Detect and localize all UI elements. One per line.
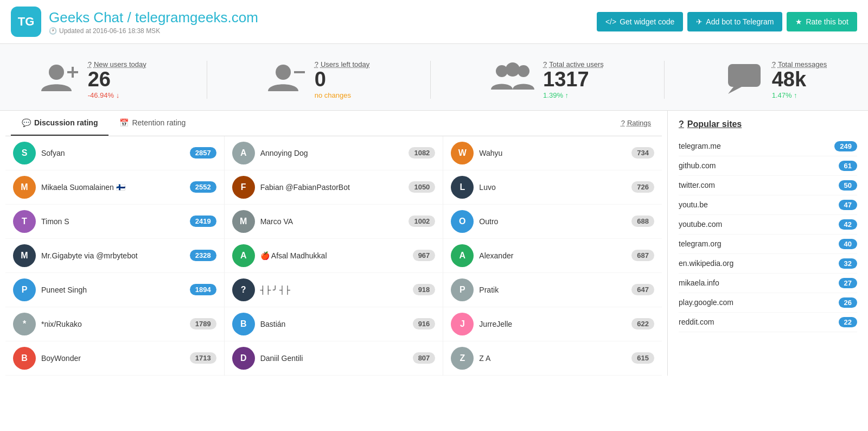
- get-widget-button[interactable]: </> Get widget code: [597, 12, 683, 31]
- new-users-icon: [41, 61, 79, 98]
- site-count: 40: [839, 239, 857, 249]
- user-row[interactable]: BBoyWonder1713: [5, 341, 224, 376]
- avatar: B: [13, 347, 36, 370]
- user-row[interactable]: FFabian @FabianPastorBot1050: [225, 170, 443, 205]
- user-row[interactable]: PPuneet Singh1894: [5, 273, 224, 307]
- divider-1: [207, 61, 207, 99]
- user-row[interactable]: WWahyu734: [443, 136, 662, 170]
- help-icon-3: ?: [543, 60, 547, 68]
- user-name: Mr.Gigabyte via @mrbytebot: [41, 251, 184, 260]
- site-name: en.wikipedia.org: [679, 259, 733, 268]
- user-row[interactable]: MMarco VA1002: [225, 205, 443, 239]
- site-row[interactable]: telegram.org40: [679, 234, 857, 254]
- user-row[interactable]: A🍎 Afsal Madhukkal967: [225, 239, 443, 273]
- user-name: Bastián: [260, 320, 407, 328]
- site-row[interactable]: youtube.com42: [679, 215, 857, 234]
- total-messages-value: 48k: [772, 68, 827, 91]
- site-row[interactable]: play.google.com26: [679, 293, 857, 313]
- svg-point-7: [518, 65, 529, 77]
- avatar: F: [232, 176, 255, 199]
- stat-total-messages: ? Total messages 48k 1.47% ↑: [725, 60, 827, 99]
- avatar: M: [13, 244, 36, 267]
- help-icon-2: ?: [315, 60, 318, 68]
- user-score: 687: [631, 250, 654, 261]
- updated-time: 🕐 Updated at 2016-06-16 18:38 MSK: [49, 27, 258, 35]
- user-name: Timon S: [41, 217, 184, 226]
- site-row[interactable]: telegram.me249: [679, 137, 857, 156]
- site-row[interactable]: twitter.com50: [679, 176, 857, 195]
- user-score: 807: [413, 352, 436, 364]
- user-score: 647: [631, 284, 654, 295]
- avatar: A: [232, 244, 255, 267]
- site-name: youtube.com: [679, 220, 722, 229]
- user-row[interactable]: DDaniil Gentili807: [225, 341, 443, 376]
- user-score: 688: [631, 216, 654, 227]
- user-row[interactable]: OOutro688: [443, 205, 662, 239]
- users-left-icon: [268, 61, 306, 98]
- stat-total-users-info: ? Total active users 1317 1.39% ↑: [543, 60, 604, 99]
- help-icon-5: ?: [621, 119, 625, 127]
- user-score: 916: [413, 318, 436, 329]
- user-row[interactable]: JJurreJelle622: [443, 307, 662, 341]
- user-row[interactable]: SSofyan2857: [5, 136, 224, 170]
- site-count: 61: [839, 161, 857, 171]
- user-row[interactable]: PPratik647: [443, 273, 662, 307]
- avatar: Z: [451, 347, 474, 370]
- user-row[interactable]: BBastián916: [225, 307, 443, 341]
- user-columns: SSofyan2857MMikaela Suomalainen 🇫🇮2552TT…: [5, 136, 662, 376]
- stat-users-left-info: ? Users left today 0 no changes: [315, 60, 370, 99]
- site-name: reddit.com: [679, 318, 714, 326]
- stat-new-users-info: ? New users today 26 -46.94% ↓: [88, 60, 146, 99]
- site-row[interactable]: en.wikipedia.org32: [679, 254, 857, 274]
- sidebar: ? Popular sites telegram.me249github.com…: [667, 111, 868, 376]
- user-row[interactable]: MMikaela Suomalainen 🇫🇮2552: [5, 170, 224, 205]
- user-row[interactable]: AAnnoying Dog1082: [225, 136, 443, 170]
- divider-2: [430, 61, 431, 99]
- help-icon-6: ?: [679, 119, 684, 129]
- header-buttons: </> Get widget code ✈ Add bot to Telegra…: [597, 12, 857, 31]
- user-name: 🍎 Afsal Madhukkal: [260, 251, 407, 260]
- user-column-2: WWahyu734LLuvo726OOutro688AAlexander687P…: [443, 136, 662, 376]
- total-users-icon: [491, 61, 534, 98]
- user-column-1: AAnnoying Dog1082FFabian @FabianPastorBo…: [225, 136, 444, 376]
- user-score: 726: [631, 181, 654, 193]
- user-row[interactable]: TTimon S2419: [5, 205, 224, 239]
- user-score: 2419: [190, 216, 216, 227]
- discussion-tab-icon: 💬: [22, 118, 31, 127]
- tab-retention[interactable]: 📅 Retention rating: [108, 111, 196, 136]
- add-bot-button[interactable]: ✈ Add bot to Telegram: [687, 12, 782, 31]
- discussion-panel: 💬 Discussion rating 📅 Retention rating ?…: [0, 111, 667, 376]
- site-row[interactable]: github.com61: [679, 156, 857, 176]
- rate-bot-button[interactable]: ★ Rate this bot: [787, 12, 857, 31]
- site-name: mikaela.info: [679, 278, 719, 287]
- user-name: Annoying Dog: [260, 149, 404, 157]
- site-count: 50: [839, 180, 857, 191]
- user-score: 1050: [409, 181, 435, 193]
- user-row[interactable]: AAlexander687: [443, 239, 662, 273]
- total-users-change: 1.39% ↑: [543, 91, 604, 99]
- user-row[interactable]: ?┤├ ╯ ┤├918: [225, 273, 443, 307]
- user-name: Z A: [479, 354, 626, 363]
- user-name: Sofyan: [41, 149, 184, 157]
- avatar: M: [232, 210, 255, 233]
- user-row[interactable]: LLuvo726: [443, 170, 662, 205]
- user-name: Daniil Gentili: [260, 354, 407, 363]
- user-row[interactable]: **nix/Rukako1789: [5, 307, 224, 341]
- user-row[interactable]: MMr.Gigabyte via @mrbytebot2328: [5, 239, 224, 273]
- page-title: Geeks Chat / telegramgeeks.com: [49, 9, 258, 26]
- tab-discussion[interactable]: 💬 Discussion rating: [11, 111, 108, 136]
- site-count: 47: [839, 200, 857, 210]
- stat-total-messages-info: ? Total messages 48k 1.47% ↑: [772, 60, 827, 99]
- total-users-label: ? Total active users: [543, 60, 604, 68]
- avatar: *: [13, 313, 36, 335]
- site-row[interactable]: youtu.be47: [679, 195, 857, 215]
- total-users-value: 1317: [543, 68, 604, 91]
- site-row[interactable]: mikaela.info27: [679, 274, 857, 293]
- user-name: JurreJelle: [479, 320, 626, 328]
- ratings-label[interactable]: ? Ratings: [616, 111, 656, 135]
- site-count: 32: [839, 258, 857, 269]
- site-name: telegram.me: [679, 142, 721, 150]
- user-row[interactable]: ZZ A615: [443, 341, 662, 376]
- stat-users-left: ? Users left today 0 no changes: [268, 60, 370, 99]
- site-row[interactable]: reddit.com22: [679, 313, 857, 332]
